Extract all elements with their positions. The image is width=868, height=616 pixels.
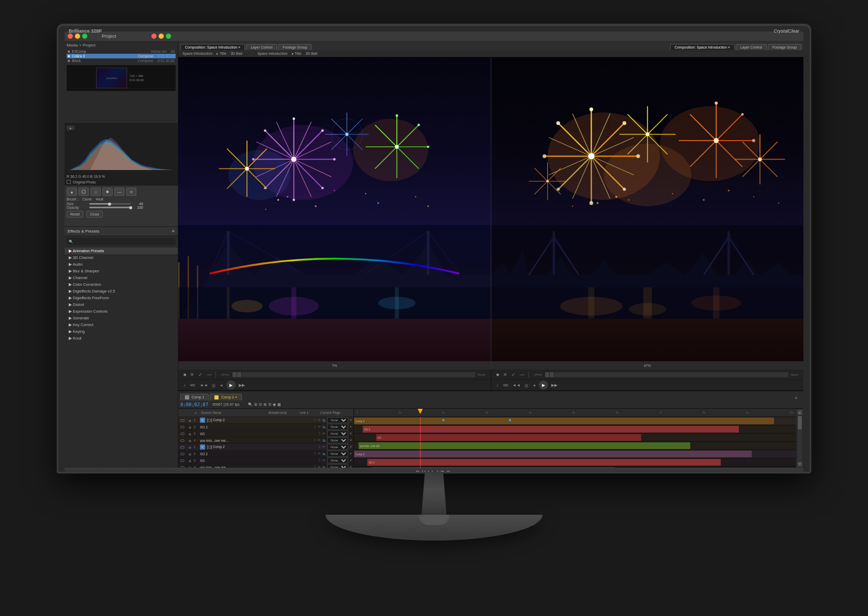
layer-none-select-a1[interactable]: None bbox=[327, 417, 348, 423]
effect-item-1[interactable]: ▶ 3D Channel bbox=[65, 254, 178, 261]
tool-btn-6[interactable]: ≡ bbox=[126, 188, 136, 196]
tool-btn-4[interactable]: ◉ bbox=[102, 188, 113, 196]
play-button-right[interactable]: ▶ bbox=[539, 380, 548, 390]
layer-switch-a3-1[interactable]: ☽ bbox=[317, 432, 321, 436]
layer-lock-a4[interactable]: ◉ bbox=[187, 437, 193, 443]
effects-search-input[interactable] bbox=[67, 238, 176, 245]
layer-lock-a1[interactable]: ◉ bbox=[187, 417, 193, 423]
tl-tool-search[interactable]: 🔍 bbox=[248, 403, 253, 407]
layer-name-b4[interactable]: you kno...ove me... bbox=[200, 466, 311, 468]
tab-composition-space-2[interactable]: Composition: Space Introduction × bbox=[670, 44, 735, 50]
layer-name-a2[interactable]: XO 2 bbox=[200, 425, 311, 429]
tl-tool-1[interactable]: ⊞ bbox=[254, 403, 257, 407]
tab-layer-control[interactable]: Layer Control bbox=[246, 44, 277, 50]
maximize-button[interactable] bbox=[82, 34, 87, 39]
layer-none-select-b1[interactable]: None bbox=[327, 444, 348, 450]
layer-switch-b1-2[interactable]: ✏ bbox=[322, 445, 326, 449]
layer-lock-b1[interactable]: ◉ bbox=[187, 444, 193, 450]
pb-stop-left[interactable]: ■ bbox=[182, 372, 187, 377]
layer-switch-b1-1[interactable]: ☽ bbox=[317, 445, 321, 449]
pb-skip-fwd-right[interactable]: ▶▶ bbox=[550, 383, 559, 388]
effect-item-13[interactable]: ▶ Knoll bbox=[65, 335, 178, 342]
effect-item-6[interactable]: ▶ Digieffects Damage v2.5 bbox=[65, 288, 178, 295]
effect-item-11[interactable]: ▶ Key Correct bbox=[65, 321, 178, 328]
effect-item-7[interactable]: ▶ Digieffects FreeForm bbox=[65, 295, 178, 301]
minimize-button[interactable] bbox=[75, 34, 80, 39]
layer-vis-a1[interactable] bbox=[179, 417, 185, 423]
close-panel-button[interactable]: Close bbox=[86, 211, 103, 218]
layer-vis-a3[interactable] bbox=[179, 430, 185, 437]
media-item[interactable]: ■E3CompVector ArtAll bbox=[67, 49, 176, 54]
tool-btn-5[interactable]: — bbox=[114, 188, 125, 196]
layer-vis-a2[interactable] bbox=[179, 424, 185, 430]
tab-composition-space[interactable]: Composition: Space Introduction × bbox=[180, 44, 245, 50]
close-button[interactable] bbox=[68, 34, 73, 39]
sub-tab-space-intro[interactable]: Space Introduction bbox=[182, 52, 212, 55]
layer-none-select-a3[interactable]: None bbox=[327, 430, 348, 437]
effects-menu-icon[interactable]: ≡ bbox=[172, 229, 175, 234]
media-item-2[interactable]: ■BlockCompose0:01:30;00 bbox=[67, 58, 176, 63]
layer-name-b3[interactable]: XO bbox=[200, 459, 316, 463]
layer-fx-a4[interactable]: fx bbox=[322, 439, 326, 442]
pb-frame-back-right[interactable]: ⋘ bbox=[502, 383, 509, 388]
size-thumb[interactable] bbox=[108, 203, 111, 206]
layer-switch-b2-2[interactable]: ✏ bbox=[317, 452, 321, 456]
sub-tab-title[interactable]: ▸ Title bbox=[216, 52, 226, 56]
sub-tab-3d-bait-2[interactable]: 3D Bait bbox=[305, 52, 317, 56]
layer-switch-a4-1[interactable]: ☽ bbox=[312, 438, 316, 442]
pb-half-speed-right[interactable]: ◄ bbox=[531, 383, 537, 387]
original-photo-checkbox[interactable]: Original Photo bbox=[67, 180, 176, 184]
pb-check-right[interactable]: ✓ bbox=[510, 372, 517, 377]
scroll-up[interactable]: ▲ bbox=[797, 410, 802, 415]
layer-none-select-b3[interactable]: None bbox=[327, 457, 348, 464]
layer-lock-a3[interactable]: ◉ bbox=[187, 430, 193, 437]
pb-minus-right[interactable]: — bbox=[519, 372, 525, 377]
track-clip-a1[interactable]: Comp 2 bbox=[354, 418, 774, 424]
reset-button[interactable]: Reset bbox=[67, 211, 83, 218]
layer-fx-b2[interactable]: fx bbox=[322, 452, 326, 456]
track-clip-a4[interactable]: you kno...ove me bbox=[359, 442, 690, 449]
layer-switch-a2-2[interactable]: ✏ bbox=[317, 425, 321, 429]
pb-audio2-right[interactable]: ))) bbox=[523, 383, 529, 387]
layer-name-a4[interactable]: you kno...ove me... bbox=[200, 439, 311, 442]
layer-switch-a2-1[interactable]: ☽ bbox=[312, 425, 316, 429]
tl-tool-5[interactable]: ◉ bbox=[273, 403, 276, 407]
timeline-menu-icon[interactable]: ≡ bbox=[791, 396, 801, 401]
layer-switch-1[interactable]: ☽ bbox=[312, 418, 316, 422]
pb-audio-left[interactable]: ♪ bbox=[182, 383, 187, 388]
layer-vis-b4[interactable] bbox=[179, 464, 185, 468]
tab-footage-2[interactable]: Footage Group bbox=[768, 44, 801, 50]
viewport-left-display[interactable] bbox=[178, 57, 491, 361]
pb-half-speed-left[interactable]: ◄ bbox=[219, 383, 224, 387]
scroll-down[interactable]: ▼ bbox=[797, 461, 802, 467]
layer-lock-b3[interactable]: ◉ bbox=[187, 457, 193, 464]
layer-vis-b3[interactable] bbox=[179, 457, 185, 464]
viewport-right-display[interactable] bbox=[491, 57, 804, 361]
layer-switch-a4-2[interactable]: ✏ bbox=[317, 438, 321, 442]
pb-check-left[interactable]: ✓ bbox=[197, 372, 204, 377]
layer-vis-b2[interactable] bbox=[179, 451, 185, 457]
tab-layer-control-2[interactable]: Layer Control bbox=[736, 44, 767, 50]
layer-lock-b2[interactable]: ◉ bbox=[187, 451, 193, 457]
layer-switch-b3-2[interactable]: ✏ bbox=[322, 458, 326, 463]
tab-comp2[interactable]: Comp 2 × bbox=[210, 394, 242, 401]
effect-item-10[interactable]: ▶ Generate bbox=[65, 315, 178, 321]
layer-fx-a2[interactable]: fx bbox=[322, 425, 326, 429]
layer-none-select-a4[interactable]: None bbox=[327, 437, 348, 443]
layer-vis-b1[interactable] bbox=[179, 444, 185, 450]
track-clip-a2[interactable]: XO 2 bbox=[363, 426, 739, 433]
layer-switch-2[interactable]: ✏ bbox=[317, 418, 321, 422]
effect-item-9[interactable]: ▶ Expression Controls bbox=[65, 308, 178, 315]
pb-prev-left[interactable]: ✕ bbox=[189, 372, 195, 377]
layer-name-b2[interactable]: XO 2 bbox=[200, 452, 311, 456]
pb-timeline-bar[interactable] bbox=[242, 372, 475, 377]
maximize-button-2[interactable] bbox=[166, 34, 171, 39]
layer-switch-b4-1[interactable]: ☽ bbox=[312, 465, 316, 468]
tl-tool-4[interactable]: ☰ bbox=[268, 403, 271, 407]
pb-minus-left[interactable]: — bbox=[206, 372, 212, 377]
tab-footage[interactable]: Footage Group bbox=[278, 44, 312, 50]
track-clip-a3[interactable]: XO bbox=[376, 434, 642, 441]
scrollbar-thumb[interactable] bbox=[798, 416, 802, 429]
layer-name-a3[interactable]: XO bbox=[200, 432, 316, 436]
pb-audio2-left[interactable]: ))) bbox=[211, 383, 216, 387]
